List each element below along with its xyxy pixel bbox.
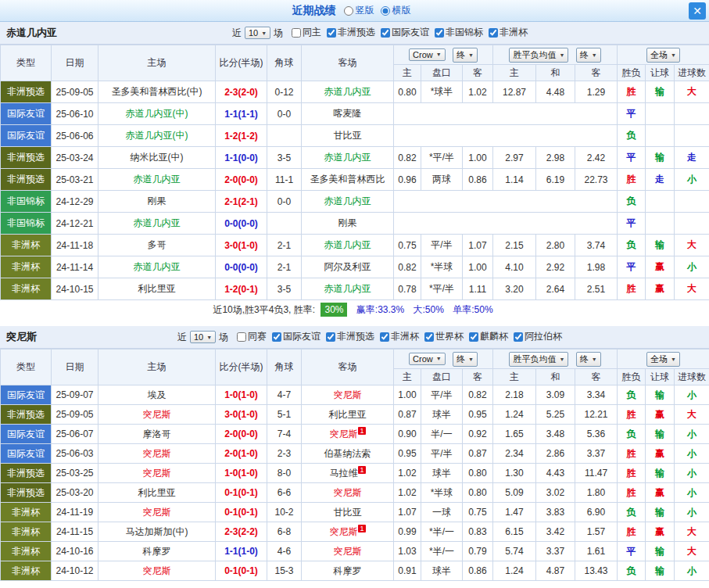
europe-odds-select[interactable]: 胜平负均值▼	[509, 352, 568, 367]
filter-label: 非国锦标	[446, 26, 483, 39]
games-suffix: 场	[219, 331, 228, 344]
odds-company-select[interactable]: Crow▼	[409, 48, 446, 61]
match-row: 非洲杯24-11-15马达加斯加(中)2-3(2-2)6-8突尼斯10.99*半…	[1, 522, 709, 542]
layout-horizontal-radio[interactable]: 横版	[381, 4, 411, 17]
filter-option[interactable]: 同赛	[231, 330, 267, 343]
europe-odds-header: 胜平负均值▼ 终▼	[493, 45, 618, 65]
away-team-name: 赤道几内亚	[324, 239, 371, 250]
handicap-result-cell: 输	[646, 561, 675, 581]
goals-result-cell: 大	[675, 522, 709, 542]
match-type-cell: 非国锦标	[1, 213, 52, 235]
corners-cell: 8-0	[267, 464, 302, 483]
corners-cell: 0-0	[267, 103, 302, 125]
home-team-cell: 赤道几内亚(中)	[98, 103, 216, 125]
win-odds-cell: 1.24	[493, 405, 536, 425]
europe-time-select[interactable]: 终▼	[576, 352, 601, 367]
filter-checkbox[interactable]	[292, 28, 301, 38]
vertical-radio-input[interactable]	[344, 6, 353, 16]
filter-label: 非洲杯	[500, 26, 528, 39]
away-odds-cell: 1.02	[463, 81, 493, 103]
away-team-name: 突尼斯	[329, 428, 357, 439]
red-card-badge: 1	[358, 427, 365, 435]
result-cell: 负	[618, 125, 646, 147]
odds-company-select[interactable]: Crow▼	[409, 353, 446, 365]
filter-checkbox[interactable]	[237, 332, 246, 342]
filter-checkbox[interactable]	[380, 332, 389, 342]
recent-count-select[interactable]: 10 ▼	[245, 27, 270, 39]
col-draw: 和	[536, 65, 575, 81]
filter-checkbox[interactable]	[381, 28, 390, 38]
filter-checkbox[interactable]	[424, 332, 434, 342]
scope-select[interactable]: 全场▼	[646, 352, 680, 367]
filter-checkbox[interactable]	[326, 332, 335, 342]
home-odds-cell: 1.02	[394, 464, 421, 483]
layout-vertical-radio[interactable]: 竖版	[344, 4, 374, 17]
away-team-cell: 赤道几内亚	[302, 278, 394, 300]
col-ah-home: 主	[394, 65, 421, 81]
filter-option[interactable]: 非洲预选	[320, 330, 374, 343]
filter-option[interactable]: 同主	[286, 26, 321, 39]
filter-option[interactable]: 国际友谊	[267, 330, 320, 343]
win-odds-cell: 2.18	[493, 385, 536, 405]
home-odds-cell: 0.96	[394, 169, 421, 191]
draw-odds-cell: 2.92	[536, 256, 575, 278]
filter-option[interactable]: 非国锦标	[429, 26, 483, 39]
away-team-name: 突尼斯	[334, 389, 362, 400]
filter-checkbox[interactable]	[469, 332, 478, 342]
col-ah-result: 让球	[646, 369, 675, 385]
filter-option[interactable]: 非洲杯	[483, 26, 528, 39]
filter-checkbox[interactable]	[514, 332, 523, 342]
filter-checkbox[interactable]	[327, 28, 336, 38]
filter-option[interactable]: 麒麟杯	[464, 330, 508, 343]
result-cell: 平	[618, 147, 646, 169]
ah-win-rate: 赢率:33.3%	[356, 304, 404, 315]
away-odds-cell: 0.92	[463, 425, 493, 444]
horizontal-radio-input[interactable]	[381, 6, 390, 16]
chevron-down-icon: ▼	[592, 357, 597, 362]
filter-label: 世界杯	[435, 330, 464, 343]
europe-odds-select[interactable]: 胜平负均值▼	[509, 48, 568, 63]
filter-checkbox[interactable]	[489, 28, 498, 38]
result-cell: 负	[618, 503, 646, 522]
match-type-cell: 非洲预选	[1, 464, 52, 483]
europe-time-select[interactable]: 终▼	[576, 48, 601, 63]
draw-odds-cell: 3.83	[536, 503, 575, 522]
handicap-result-cell: 赢	[646, 278, 675, 300]
lose-odds-cell: 2.51	[575, 278, 618, 300]
odds-time-select[interactable]: 终▼	[453, 48, 478, 63]
handicap-cell: 两球	[421, 169, 463, 191]
corners-cell: 15-3	[267, 561, 302, 581]
result-cell: 平	[618, 213, 646, 235]
filter-option[interactable]: 世界杯	[419, 330, 464, 343]
goals-result-cell	[675, 213, 709, 235]
close-button[interactable]: ✕	[689, 2, 706, 20]
filter-checkbox[interactable]	[272, 332, 281, 342]
match-type-cell: 国际友谊	[1, 103, 52, 125]
handicap-cell: *半/一	[421, 542, 463, 561]
col-goals: 进球数	[675, 65, 709, 81]
home-odds-cell: 0.82	[394, 256, 421, 278]
filter-option[interactable]: 国际友谊	[375, 26, 429, 39]
lose-odds-cell: 5.36	[575, 425, 618, 444]
filter-checkbox[interactable]	[435, 28, 444, 38]
filter-label: 非洲预选	[338, 26, 375, 39]
filter-option[interactable]: 非洲杯	[374, 330, 419, 343]
matches-table: 类型 日期 主场 比分(半场) 角球 客场 Crow▼ 终▼ 胜平负均值▼ 终▼…	[0, 45, 709, 300]
home-team-cell: 赤道几内亚	[98, 256, 216, 278]
horizontal-radio-label: 横版	[392, 4, 411, 17]
odds-time-select[interactable]: 终▼	[453, 352, 478, 367]
lose-odds-cell: 1.57	[575, 522, 618, 542]
goals-result-cell: 小	[675, 425, 709, 444]
match-date-cell: 24-11-14	[52, 256, 98, 278]
win-odds-cell: 1.30	[493, 464, 536, 483]
away-odds-cell: 1.00	[463, 256, 493, 278]
filter-option[interactable]: 阿拉伯杯	[508, 330, 562, 343]
win-odds-cell: 6.15	[493, 522, 536, 542]
lose-odds-cell: 1.61	[575, 542, 618, 561]
scope-select[interactable]: 全场▼	[646, 48, 680, 63]
col-result: 胜负	[618, 369, 646, 385]
filter-option[interactable]: 非洲预选	[321, 26, 375, 39]
away-team-name: 阿尔及利亚	[324, 261, 371, 272]
recent-count-select[interactable]: 10 ▼	[190, 331, 216, 343]
lose-odds-cell: 12.21	[575, 405, 618, 425]
